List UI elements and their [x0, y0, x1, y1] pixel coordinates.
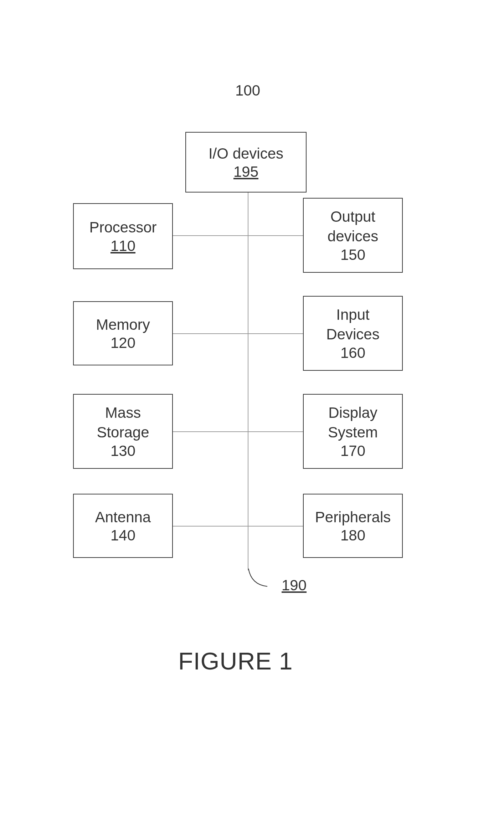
bus-ref-number: 190 [282, 577, 307, 594]
block-input-devices: Input Devices 160 [303, 296, 403, 371]
block-mass-storage: Mass Storage 130 [73, 394, 173, 469]
diagram-container: 100 I/O devices 195 Processor 110 Output… [0, 0, 504, 816]
mass-storage-number: 130 [110, 442, 135, 460]
input-devices-number: 160 [340, 344, 365, 361]
display-system-number: 170 [340, 442, 365, 460]
io-devices-number: 195 [233, 163, 258, 180]
figure-caption: FIGURE 1 [178, 647, 293, 675]
antenna-label: Antenna [95, 508, 151, 527]
connector-peripherals [248, 526, 304, 527]
output-label1: Output [330, 207, 375, 227]
storage-label1: Mass [105, 403, 141, 423]
peripherals-number: 180 [340, 527, 365, 544]
vertical-bus-line [248, 193, 248, 570]
display-label2: System [328, 423, 378, 442]
display-label1: Display [328, 403, 377, 423]
io-devices-label: I/O devices [209, 144, 283, 164]
block-display-system: Display System 170 [303, 394, 403, 469]
connector-output [248, 235, 304, 236]
block-processor: Processor 110 [73, 203, 173, 269]
peripherals-label: Peripherals [315, 508, 391, 527]
connector-input [248, 333, 304, 334]
processor-label: Processor [89, 218, 156, 237]
block-io-devices: I/O devices 195 [185, 132, 307, 193]
output-label2: devices [328, 227, 378, 246]
memory-number: 120 [110, 334, 135, 351]
input-label1: Input [336, 305, 369, 325]
memory-label: Memory [96, 315, 150, 335]
block-peripherals: Peripherals 180 [303, 494, 403, 558]
processor-number: 110 [110, 237, 135, 255]
output-devices-number: 150 [340, 246, 365, 263]
block-antenna: Antenna 140 [73, 494, 173, 558]
block-output-devices: Output devices 150 [303, 198, 403, 273]
antenna-number: 140 [110, 527, 135, 544]
storage-label2: Storage [97, 423, 149, 442]
system-ref-number: 100 [235, 82, 260, 99]
bus-ref-connector [248, 567, 276, 590]
connector-display [248, 431, 304, 432]
input-label2: Devices [326, 325, 379, 344]
block-memory: Memory 120 [73, 301, 173, 365]
